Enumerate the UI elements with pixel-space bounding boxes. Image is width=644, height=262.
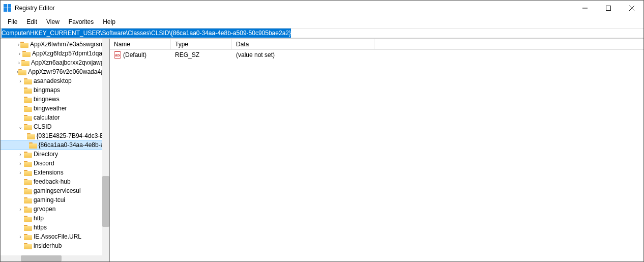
tree-item-label: gamingservicesui xyxy=(34,187,81,194)
list-header: Name Type Data xyxy=(110,39,643,50)
folder-icon xyxy=(24,151,32,158)
tree-item[interactable]: bingweather xyxy=(1,104,109,113)
tree-item[interactable]: insiderhub xyxy=(1,241,109,250)
tree-item[interactable]: ⌄CLSID xyxy=(1,122,109,131)
tree-item[interactable]: https xyxy=(1,223,109,232)
tree-item[interactable]: calculator xyxy=(1,113,109,122)
titlebar: Registry Editor xyxy=(1,1,643,16)
value-type: REG_SZ xyxy=(171,51,232,59)
folder-icon xyxy=(24,243,32,249)
folder-icon xyxy=(24,124,32,130)
tree-item-label: AppXz6twhm7e3a5swgrsma xyxy=(30,41,107,48)
tree-item-label: Extensions xyxy=(34,169,64,176)
list-row[interactable]: ab(Default)REG_SZ(value not set) xyxy=(110,50,643,60)
tree-item[interactable]: ›grvopen xyxy=(1,205,109,214)
chevron-right-icon[interactable]: › xyxy=(17,51,22,56)
folder-icon xyxy=(24,215,32,222)
folder-icon xyxy=(27,133,35,139)
folder-icon xyxy=(29,142,37,149)
vertical-scrollbar[interactable] xyxy=(102,39,109,261)
menu-edit[interactable]: Edit xyxy=(22,17,41,26)
folder-icon xyxy=(24,234,32,240)
menu-favorites[interactable]: Favorites xyxy=(65,17,98,26)
tree-item-label: {86ca1aa0-34aa-4e8b-a5 xyxy=(39,141,107,149)
chevron-right-icon[interactable]: › xyxy=(17,152,24,157)
tree-item-label: bingmaps xyxy=(34,86,60,94)
content: ›AppXz6twhm7e3a5swgrsma›AppXzg6fdzp57dpm… xyxy=(1,38,643,261)
tree-item-label: calculator xyxy=(34,114,60,121)
tree-item[interactable]: feedback-hub xyxy=(1,177,109,186)
tree-item[interactable]: bingmaps xyxy=(1,85,109,95)
folder-icon xyxy=(24,188,32,194)
tree-item-label: gaming-tcui xyxy=(34,196,65,203)
tree-item[interactable]: ›Discord xyxy=(1,159,109,168)
tree-item-label: Discord xyxy=(34,160,54,167)
tree-item[interactable]: ›AppXzwr976v2e060wada4ga xyxy=(1,67,109,76)
minimize-button[interactable] xyxy=(573,1,597,16)
tree-item[interactable]: {86ca1aa0-34aa-4e8b-a5 xyxy=(1,140,109,150)
tree-item[interactable]: ›AppXzn6aajbcrxx2qvxjawp7 xyxy=(1,58,109,67)
tree-item[interactable]: ›AppXz6twhm7e3a5swgrsma xyxy=(1,40,109,49)
tree-item[interactable]: ›Extensions xyxy=(1,168,109,177)
svg-rect-1 xyxy=(606,6,611,11)
app-icon xyxy=(4,4,12,12)
tree-item[interactable]: http xyxy=(1,214,109,223)
tree[interactable]: ›AppXz6twhm7e3a5swgrsma›AppXzg6fdzp57dpm… xyxy=(1,39,109,251)
scrollbar-thumb[interactable] xyxy=(21,255,62,261)
folder-icon xyxy=(24,160,32,167)
chevron-right-icon[interactable]: › xyxy=(17,78,24,84)
tree-item[interactable]: ›AppXzg6fdzp57dpmt1dqarc xyxy=(1,49,109,58)
column-name[interactable]: Name xyxy=(110,39,171,49)
tree-item[interactable]: gaming-tcui xyxy=(1,195,109,205)
folder-icon xyxy=(20,41,28,48)
horizontal-scrollbar[interactable] xyxy=(1,255,102,261)
tree-item-label: https xyxy=(34,224,47,231)
menu-file[interactable]: File xyxy=(4,17,21,26)
list-pane: Name Type Data ab(Default)REG_SZ(value n… xyxy=(110,39,643,261)
menu-view[interactable]: View xyxy=(42,17,64,26)
folder-icon xyxy=(24,197,32,203)
list-body[interactable]: ab(Default)REG_SZ(value not set) xyxy=(110,50,643,261)
folder-icon xyxy=(24,114,32,121)
chevron-down-icon[interactable]: ⌄ xyxy=(17,124,24,130)
tree-pane: ›AppXz6twhm7e3a5swgrsma›AppXzg6fdzp57dpm… xyxy=(1,39,110,261)
tree-item[interactable]: gamingservicesui xyxy=(1,186,109,195)
value-data: (value not set) xyxy=(232,51,374,59)
registry-path[interactable]: Computer\HKEY_CURRENT_USER\Software\Clas… xyxy=(2,28,291,38)
tree-item-label: AppXzwr976v2e060wada4ga xyxy=(28,68,107,75)
addressbar[interactable]: Computer\HKEY_CURRENT_USER\Software\Clas… xyxy=(1,28,643,38)
tree-item-label: IE.AssocFile.URL xyxy=(34,233,81,240)
folder-icon xyxy=(24,224,32,231)
folder-icon xyxy=(24,105,32,112)
tree-item-label: grvopen xyxy=(34,206,55,213)
chevron-right-icon[interactable]: › xyxy=(17,234,24,240)
folder-icon xyxy=(24,87,32,94)
tree-item[interactable]: ›asanadesktop xyxy=(1,76,109,85)
column-data[interactable]: Data xyxy=(232,39,374,49)
chevron-right-icon[interactable]: › xyxy=(17,170,24,176)
tree-item-label: bingweather xyxy=(34,105,67,112)
menu-help[interactable]: Help xyxy=(99,17,120,26)
tree-item-label: feedback-hub xyxy=(34,178,71,185)
tree-item[interactable]: bingnews xyxy=(1,95,109,104)
chevron-right-icon[interactable]: › xyxy=(17,207,24,212)
chevron-right-icon[interactable]: › xyxy=(17,60,21,66)
tree-item-label: asanadesktop xyxy=(34,77,72,84)
folder-icon xyxy=(24,78,32,84)
tree-item[interactable]: ›IE.AssocFile.URL xyxy=(1,232,109,241)
scrollbar-thumb[interactable] xyxy=(102,176,109,227)
tree-item-label: bingnews xyxy=(34,96,60,103)
close-button[interactable] xyxy=(620,1,643,16)
window-title: Registry Editor xyxy=(15,5,573,12)
folder-icon xyxy=(18,69,26,75)
chevron-right-icon[interactable]: › xyxy=(17,161,24,166)
tree-item-label: AppXzg6fdzp57dpmt1dqarc xyxy=(32,50,107,57)
tree-item-label: http xyxy=(34,215,44,222)
tree-item[interactable]: {031E4825-7B94-4dc3-B1 xyxy=(1,131,109,140)
column-type[interactable]: Type xyxy=(171,39,232,49)
tree-item[interactable]: ›Directory xyxy=(1,150,109,159)
menubar: File Edit View Favorites Help xyxy=(1,16,643,28)
chevron-right-icon[interactable]: › xyxy=(17,42,20,47)
maximize-button[interactable] xyxy=(597,1,620,16)
folder-icon xyxy=(22,50,31,57)
